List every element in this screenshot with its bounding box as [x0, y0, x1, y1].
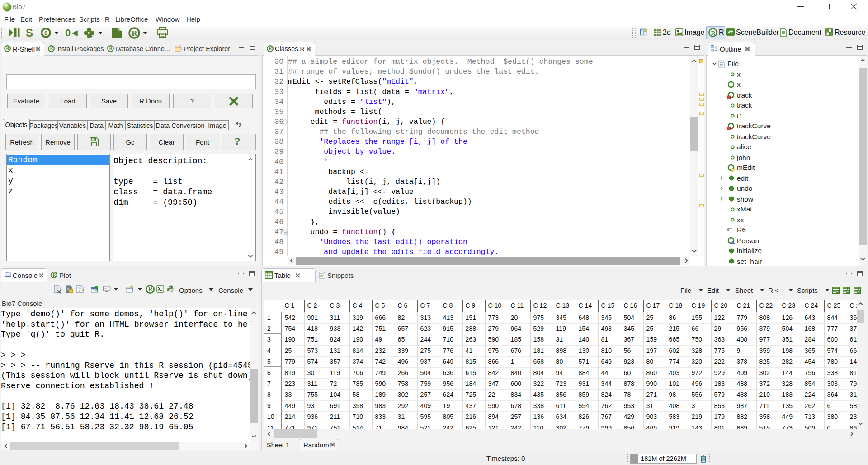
svg-text:R: R: [6, 46, 9, 51]
svg-text:R: R: [109, 46, 113, 51]
svg-text:R: R: [148, 286, 153, 293]
svg-text:R: R: [269, 46, 272, 51]
svg-text:R: R: [52, 272, 56, 277]
svg-text:R: R: [50, 46, 53, 51]
svg-text:R: R: [132, 29, 137, 38]
svg-text:R: R: [711, 29, 716, 36]
svg-text:0: 0: [44, 30, 47, 37]
